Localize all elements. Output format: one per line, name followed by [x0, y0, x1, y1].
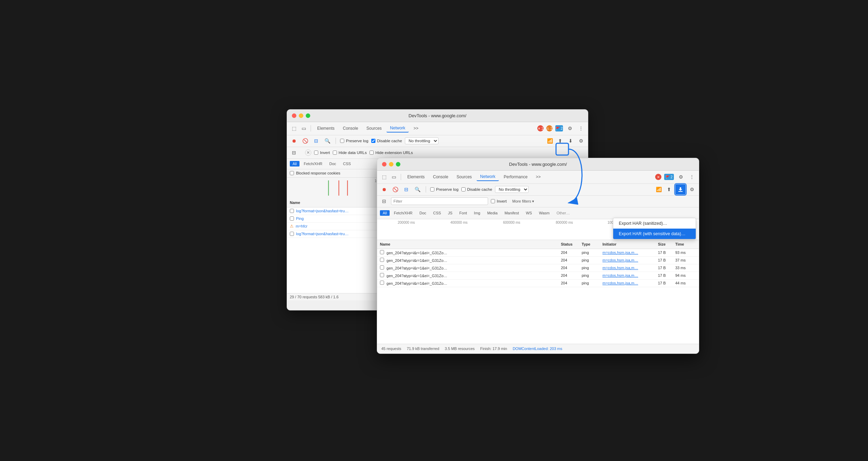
preserve-log-label[interactable]: Preserve log	[340, 139, 368, 143]
front-tab-network[interactable]: Network	[477, 173, 499, 181]
row2-checkbox[interactable]	[380, 265, 384, 270]
front-wifi-icon[interactable]: 📶	[654, 185, 663, 194]
front-table-row-3[interactable]: gen_204?atyp=i&r=1&ei=_G31Zo… 204 ping m…	[377, 272, 699, 280]
front-upload-icon[interactable]: ⬆	[665, 185, 673, 194]
front-tab-elements[interactable]: Elements	[404, 173, 428, 181]
hide-extension-urls-label[interactable]: Hide extension URLs	[370, 151, 413, 155]
tab-elements[interactable]: Elements	[314, 125, 338, 132]
upload-icon[interactable]: ⬆	[556, 137, 564, 145]
front-download-btn[interactable]	[675, 184, 686, 195]
front-more-icon[interactable]: ⋮	[688, 173, 696, 181]
td-initiator-4[interactable]: m=cdos,hsm,jsa,m…	[602, 281, 658, 285]
maximize-button[interactable]	[306, 113, 310, 118]
front-tab-sources[interactable]: Sources	[453, 173, 475, 181]
front-close-button[interactable]	[382, 162, 387, 167]
row1-checkbox[interactable]	[380, 258, 384, 262]
back-table-row-1[interactable]: Ping	[287, 215, 391, 223]
row-checkbox-1[interactable]	[290, 216, 294, 221]
front-search-icon[interactable]: 🔍	[413, 185, 422, 194]
front-type-doc[interactable]: Doc	[417, 210, 429, 216]
row-checkbox-0[interactable]	[290, 209, 294, 213]
front-type-img[interactable]: Img	[471, 210, 483, 216]
front-invert-checkbox[interactable]	[491, 199, 495, 203]
settings-network-icon[interactable]: ⚙	[577, 137, 585, 145]
front-type-ws[interactable]: WS	[523, 210, 535, 216]
front-type-fetchxhr[interactable]: Fetch/XHR	[391, 210, 415, 216]
front-tab-more[interactable]: >>	[532, 173, 544, 181]
td-initiator-2[interactable]: m=cdos,hsm,jsa,m…	[602, 266, 658, 270]
invert-label[interactable]: Invert	[314, 151, 330, 155]
front-type-other[interactable]: Other…	[554, 210, 573, 216]
front-throttle-select[interactable]: No throttling	[495, 186, 529, 193]
preserve-log-checkbox[interactable]	[340, 139, 344, 143]
td-initiator-0[interactable]: m=cdos,hsm,jsa,m…	[602, 250, 658, 255]
front-tab-performance[interactable]: Performance	[500, 173, 531, 181]
front-invert-label[interactable]: Invert	[491, 199, 507, 203]
type-tab-fetchxhr[interactable]: Fetch/XHR	[301, 161, 325, 167]
stop-recording-icon[interactable]: ⏺	[290, 137, 298, 145]
front-maximize-button[interactable]	[396, 162, 400, 167]
front-type-manifest[interactable]: Manifest	[502, 210, 522, 216]
front-stop-icon[interactable]: ⏺	[380, 185, 388, 194]
front-device-icon[interactable]: ▭	[390, 173, 398, 181]
back-table-row-2[interactable]: ⚠ m=hfcr	[287, 223, 391, 230]
row-checkbox-3[interactable]	[290, 232, 294, 236]
front-filter-input[interactable]	[391, 197, 488, 205]
type-tab-css[interactable]: CSS	[340, 161, 354, 167]
front-preserve-log-label[interactable]: Preserve log	[430, 187, 459, 191]
filter-icon-2[interactable]: ⊟	[290, 148, 298, 157]
tab-more[interactable]: >>	[410, 125, 422, 132]
front-table-row-1[interactable]: gen_204?atyp=i&r=1&ei=_G31Zo… 204 ping m…	[377, 257, 699, 264]
front-type-css[interactable]: CSS	[431, 210, 444, 216]
clear-icon[interactable]: 🚫	[301, 137, 309, 145]
tab-network[interactable]: Network	[387, 124, 409, 133]
export-har-sanitized-btn[interactable]: Export HAR (sanitized)…	[613, 218, 696, 229]
export-har-sensitive-btn[interactable]: Export HAR (with sensitive data)…	[613, 229, 696, 239]
hide-data-urls-checkbox[interactable]	[333, 151, 337, 155]
more-icon[interactable]: ⋮	[577, 124, 585, 133]
td-initiator-3[interactable]: m=cdos,hsm,jsa,m…	[602, 273, 658, 278]
front-type-all[interactable]: All	[380, 210, 390, 216]
type-tab-doc[interactable]: Doc	[327, 161, 339, 167]
front-disable-cache-label[interactable]: Disable cache	[461, 187, 492, 191]
front-table-row-2[interactable]: gen_204?atyp=i&r=1&ei=_G31Zo… 204 ping m…	[377, 264, 699, 272]
minimize-button[interactable]	[299, 113, 303, 118]
close-button[interactable]	[292, 113, 296, 118]
row0-checkbox[interactable]	[380, 250, 384, 254]
filter-clear-icon[interactable]: ✕	[305, 150, 311, 156]
tab-sources[interactable]: Sources	[363, 125, 385, 132]
hide-extension-urls-checkbox[interactable]	[370, 151, 374, 155]
front-tab-console[interactable]: Console	[429, 173, 452, 181]
invert-checkbox[interactable]	[314, 151, 318, 155]
type-tab-all[interactable]: All	[290, 161, 300, 167]
front-settings-icon[interactable]: ⚙	[677, 173, 685, 181]
throttle-select[interactable]: No throttling	[405, 137, 439, 144]
front-clear-icon[interactable]: 🚫	[391, 185, 399, 194]
front-disable-cache-checkbox[interactable]	[461, 187, 466, 191]
front-more-filters-btn[interactable]: More filters ▾	[510, 197, 537, 205]
front-inspect-icon[interactable]: ⬚	[380, 173, 388, 181]
search-icon[interactable]: 🔍	[323, 137, 331, 145]
front-table-row-0[interactable]: gen_204?atyp=i&r=1&ei=_G31Zo… 204 ping m…	[377, 249, 699, 257]
back-table-row-3[interactable]: log?format=json&hasfast=tru…	[287, 230, 391, 238]
front-preserve-log-checkbox[interactable]	[430, 187, 434, 191]
download-icon-back[interactable]: ⬇	[566, 137, 575, 145]
blocked-checkbox[interactable]	[290, 171, 294, 175]
front-type-media[interactable]: Media	[484, 210, 500, 216]
front-table-row-4[interactable]: gen_204?atyp=i&r=1&ei=_G31Zo… 204 ping m…	[377, 280, 699, 287]
filter-icon[interactable]: ⊟	[312, 137, 320, 145]
row3-checkbox[interactable]	[380, 273, 384, 277]
front-filter-icon[interactable]: ⊟	[402, 185, 410, 194]
front-settings-network-icon[interactable]: ⚙	[688, 185, 696, 194]
tab-console[interactable]: Console	[339, 125, 362, 132]
disable-cache-checkbox[interactable]	[371, 139, 375, 143]
row4-checkbox[interactable]	[380, 281, 384, 285]
td-initiator-1[interactable]: m=cdos,hsm,jsa,m…	[602, 258, 658, 262]
settings-icon[interactable]: ⚙	[566, 124, 574, 133]
wifi-icon[interactable]: 📶	[546, 137, 554, 145]
front-minimize-button[interactable]	[389, 162, 393, 167]
back-table-row-0[interactable]: log?format=json&hasfast=tru…	[287, 207, 391, 215]
disable-cache-label[interactable]: Disable cache	[371, 139, 402, 143]
hide-data-urls-label[interactable]: Hide data URLs	[333, 151, 367, 155]
front-filter-toggle-icon[interactable]: ⊟	[380, 197, 388, 205]
